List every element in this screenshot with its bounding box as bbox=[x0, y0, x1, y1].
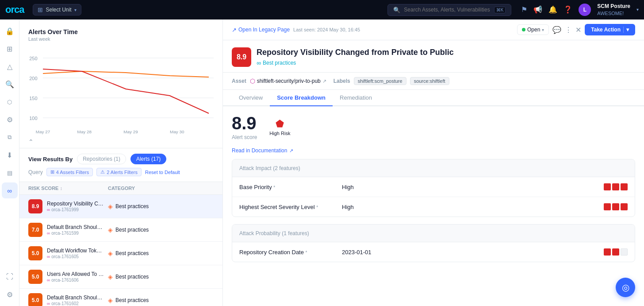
open-legacy-link[interactable]: ↗ Open In Legacy Page bbox=[232, 27, 290, 33]
more-icon[interactable]: ⋮ bbox=[565, 26, 572, 34]
floating-action-button[interactable]: ◎ bbox=[616, 278, 635, 297]
alert-title: Repository Visibility Changed from Priva… bbox=[257, 47, 635, 58]
chart-area: Alerts Over Time Last week 250 200 150 1… bbox=[19, 19, 222, 136]
megaphone-icon[interactable]: 📢 bbox=[533, 5, 542, 14]
open-status-button[interactable]: Open ▾ bbox=[517, 24, 549, 35]
table-header: Risk Score ↕ Category bbox=[19, 182, 222, 195]
settings-icon: ⚙ bbox=[7, 291, 13, 299]
severity-dots bbox=[604, 248, 628, 256]
close-icon[interactable]: ✕ bbox=[575, 26, 581, 34]
left-panel: Alerts Over Time Last week 250 200 150 1… bbox=[19, 19, 223, 306]
alerts-filter-badge[interactable]: ⚠ 2 Alerts Filters bbox=[96, 168, 142, 176]
svg-text:May 30: May 30 bbox=[170, 129, 184, 134]
category-icon: ◈ bbox=[108, 203, 113, 210]
open-chevron-icon: ▾ bbox=[542, 27, 544, 32]
avatar[interactable]: L bbox=[579, 4, 591, 16]
sidebar-item-download[interactable]: ⬇ bbox=[2, 147, 18, 163]
table-row[interactable]: 5.0 Default Workflow Token Permissio... … bbox=[19, 242, 222, 265]
label-tag-source: source:shiftleft bbox=[410, 77, 449, 85]
attack-impact-header: Attack Impact (2 features) bbox=[232, 159, 635, 177]
category-name: Best practices bbox=[115, 250, 149, 256]
sidebar-item-network[interactable]: ⬡ bbox=[2, 94, 18, 110]
table-row[interactable]: 7.0 Default Branch Should Require Cod...… bbox=[19, 218, 222, 242]
table-row[interactable]: 5.0 Default Branch Should Require Line..… bbox=[19, 289, 222, 306]
sidebar-item-shield[interactable]: ⚙ bbox=[2, 112, 18, 128]
tab-overview[interactable]: Overview bbox=[232, 90, 270, 106]
bell-icon[interactable]: 🔔 bbox=[548, 5, 557, 14]
sidebar-item-config[interactable]: ⛶ bbox=[2, 269, 18, 285]
chart-title: Alerts Over Time bbox=[28, 28, 214, 35]
search-input[interactable] bbox=[404, 7, 490, 13]
best-practices-icon: ∞ bbox=[257, 59, 261, 66]
sidebar: 🔒 ⊞ △ 🔍 ⬡ ⚙ ⧉ ⬇ ▤ ∞ ⛶ ⚙ bbox=[0, 19, 19, 306]
collapse-bar[interactable]: ⌃ bbox=[19, 136, 222, 148]
tab-repositories[interactable]: Repositories (1) bbox=[77, 154, 126, 164]
document-icon: ▤ bbox=[7, 170, 12, 176]
top-navigation: orca ⊞ Select Unit ▾ 🔍 ⌘K ⚑ 📢 🔔 ❓ L SCM … bbox=[0, 0, 644, 19]
attack-impact-table: Attack Impact (2 features) Base Priority… bbox=[232, 159, 635, 217]
assets-filter-label: 4 Assets Filters bbox=[56, 170, 89, 175]
sev-dot bbox=[604, 183, 611, 190]
help-icon[interactable]: ❓ bbox=[564, 5, 572, 14]
detail-tabs: Overview Score Breakdown Remediation bbox=[223, 90, 644, 106]
username: SCM Posture bbox=[597, 3, 630, 10]
table-row[interactable]: 5.0 Users Are Allowed To Bypass Rules...… bbox=[19, 265, 222, 289]
grid-icon: ⊞ bbox=[38, 6, 43, 13]
chart-svg: 250 200 150 100 May 27 May 28 bbox=[28, 47, 214, 136]
sidebar-item-document[interactable]: ▤ bbox=[2, 165, 18, 181]
risk-icon: ⬟ bbox=[276, 118, 284, 130]
category-icon: ◈ bbox=[108, 250, 113, 257]
category-name: Best practices bbox=[115, 203, 149, 209]
category-icon: ◈ bbox=[108, 226, 113, 233]
label-tag-scm: shiftleft:scm_posture bbox=[354, 77, 406, 85]
sidebar-item-link[interactable]: ∞ bbox=[2, 182, 18, 198]
score-badge: 5.0 bbox=[28, 270, 42, 284]
select-unit-button[interactable]: ⊞ Select Unit ▾ bbox=[33, 4, 81, 15]
row-id: ∞ orca-1761606 bbox=[47, 278, 104, 283]
asset-label: Asset bbox=[232, 78, 246, 84]
svg-text:May 27: May 27 bbox=[36, 129, 50, 134]
shield-icon: ⚙ bbox=[7, 116, 13, 124]
assets-filter-badge[interactable]: ⊞ 4 Assets Filters bbox=[46, 168, 93, 176]
flag-icon[interactable]: ⚑ bbox=[521, 5, 527, 14]
row-title: Repository Visibility Changed from ... bbox=[47, 201, 104, 207]
row-title: Default Workflow Token Permissio... bbox=[47, 248, 104, 254]
attack-probability-table: Attack Probability (1 features) Reposito… bbox=[232, 224, 635, 262]
chevron-down-icon: ▾ bbox=[74, 8, 77, 12]
tab-remediation[interactable]: Remediation bbox=[333, 90, 379, 106]
network-icon: ⬡ bbox=[7, 99, 12, 105]
tab-score-breakdown[interactable]: Score Breakdown bbox=[270, 90, 333, 106]
risk-label: High Risk bbox=[269, 131, 290, 136]
asset-link[interactable]: ⬡ shiftleft-security/priv-to-pub ↗ bbox=[250, 77, 326, 85]
svg-text:200: 200 bbox=[29, 76, 38, 81]
impact-row: Base Priority * High bbox=[232, 177, 635, 197]
svg-text:May 29: May 29 bbox=[123, 129, 138, 134]
select-unit-label: Select Unit bbox=[46, 7, 71, 13]
lock-icon: 🔒 bbox=[5, 27, 14, 35]
impact-value: 2023-01-01 bbox=[342, 249, 598, 256]
query-label: Query bbox=[28, 169, 43, 175]
tab-alerts[interactable]: Alerts (17) bbox=[130, 154, 166, 164]
take-action-button[interactable]: Take Action ▾ bbox=[585, 24, 635, 35]
score-badge: 8.9 bbox=[28, 199, 42, 213]
sidebar-item-lock[interactable]: 🔒 bbox=[2, 23, 18, 39]
chart-subtitle: Last week bbox=[28, 36, 214, 42]
alerts-filter-icon: ⚠ bbox=[100, 169, 105, 175]
view-results-label: View Results By bbox=[28, 156, 73, 163]
chat-icon[interactable]: 💬 bbox=[552, 26, 561, 34]
sidebar-item-layers[interactable]: ⧉ bbox=[2, 129, 18, 145]
read-docs-link[interactable]: Read in Documentation ↗ bbox=[223, 147, 644, 159]
user-chevron-icon[interactable]: ▾ bbox=[636, 7, 639, 12]
table-row[interactable]: 8.9 Repository Visibility Changed from .… bbox=[19, 195, 222, 218]
reset-button[interactable]: Reset to Default bbox=[145, 170, 180, 175]
sidebar-item-grid[interactable]: ⊞ bbox=[2, 41, 18, 57]
impact-row: Highest Secret Severity Level * High bbox=[232, 197, 635, 217]
search-box[interactable]: 🔍 ⌘K bbox=[387, 4, 511, 16]
best-practices-link[interactable]: ∞ Best practices bbox=[257, 59, 635, 66]
sidebar-item-settings[interactable]: ⚙ bbox=[2, 287, 18, 302]
row-title: Users Are Allowed To Bypass Rules... bbox=[47, 271, 104, 277]
sidebar-item-alert[interactable]: △ bbox=[2, 58, 18, 74]
big-score: 8.9 bbox=[232, 113, 257, 133]
sidebar-item-search[interactable]: 🔍 bbox=[2, 76, 18, 92]
user-info[interactable]: SCM Posture AWESOME! bbox=[597, 3, 630, 16]
